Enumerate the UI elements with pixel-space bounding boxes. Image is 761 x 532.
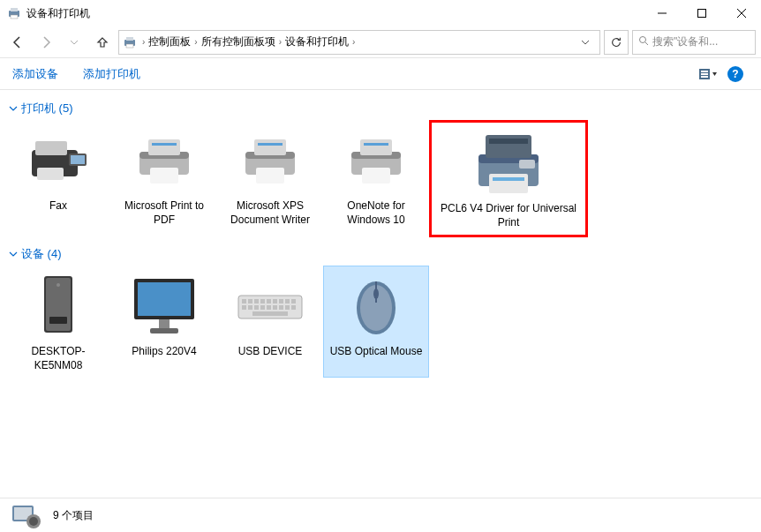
svg-rect-13 xyxy=(701,71,708,72)
svg-rect-8 xyxy=(126,37,133,41)
device-item-pcl6[interactable]: PCL6 V4 Driver for Universal Print xyxy=(432,123,585,235)
svg-rect-19 xyxy=(71,155,85,164)
close-button[interactable] xyxy=(721,0,761,26)
back-button[interactable] xyxy=(5,30,30,55)
svg-line-11 xyxy=(645,42,648,45)
group-header-printers[interactable]: 打印机 (5) xyxy=(5,97,761,120)
breadcrumb[interactable]: 设备和打印机 xyxy=(283,34,350,49)
chevron-down-icon xyxy=(9,102,18,116)
svg-rect-66 xyxy=(273,305,277,310)
device-item-onenote[interactable]: OneNote for Windows 10 xyxy=(323,120,429,237)
svg-rect-40 xyxy=(519,160,535,169)
content-area: 打印机 (5) Fax Microsoft Print to PDF Micro… xyxy=(0,90,761,498)
address-bar[interactable]: › 控制面板 › 所有控制面板项 › 设备和打印机 › xyxy=(118,30,600,55)
monitor-icon xyxy=(117,271,212,341)
maximize-button[interactable] xyxy=(682,0,721,26)
svg-rect-58 xyxy=(279,299,283,303)
svg-rect-55 xyxy=(260,299,265,303)
svg-rect-42 xyxy=(493,177,524,181)
svg-point-77 xyxy=(29,517,38,526)
svg-rect-56 xyxy=(267,299,271,303)
command-bar: 添加设备 添加打印机 ? xyxy=(0,58,761,90)
view-options-button[interactable] xyxy=(699,67,717,81)
svg-point-46 xyxy=(57,283,60,287)
svg-rect-17 xyxy=(35,141,67,155)
forward-button[interactable] xyxy=(34,30,58,55)
svg-rect-57 xyxy=(273,299,277,303)
add-printer-button[interactable]: 添加打印机 xyxy=(83,66,140,82)
mouse-icon xyxy=(328,271,424,341)
statusbar: 9 个项目 xyxy=(0,498,761,532)
titlebar: 设备和打印机 xyxy=(0,0,761,26)
chevron-down-icon[interactable] xyxy=(575,38,596,47)
chevron-right-icon[interactable]: › xyxy=(194,37,197,47)
svg-rect-68 xyxy=(285,305,290,310)
device-item-monitor[interactable]: Philips 220V4 xyxy=(111,266,217,378)
svg-rect-38 xyxy=(486,135,531,158)
svg-rect-50 xyxy=(150,328,178,333)
mfp-icon xyxy=(437,128,580,199)
device-item-xps-writer[interactable]: Microsoft XPS Document Writer xyxy=(217,120,323,237)
up-button[interactable] xyxy=(90,30,115,55)
svg-rect-33 xyxy=(360,139,392,155)
device-item-print-pdf[interactable]: Microsoft Print to PDF xyxy=(111,120,217,237)
printer-icon xyxy=(123,35,137,49)
keyboard-icon xyxy=(222,271,318,341)
chevron-right-icon[interactable]: › xyxy=(352,37,355,47)
breadcrumb[interactable]: 所有控制面板项 xyxy=(200,34,277,49)
svg-rect-60 xyxy=(291,299,296,303)
status-text: 9 个项目 xyxy=(53,508,94,523)
add-device-button[interactable]: 添加设备 xyxy=(12,66,58,82)
window-title: 设备和打印机 xyxy=(26,6,642,21)
svg-point-10 xyxy=(640,37,646,43)
breadcrumb[interactable]: 控制面板 xyxy=(147,34,192,49)
search-icon xyxy=(638,35,649,49)
search-input[interactable]: 搜索"设备和... xyxy=(632,30,756,55)
device-item-mouse[interactable]: USB Optical Mouse xyxy=(323,266,429,378)
svg-rect-41 xyxy=(489,174,528,193)
svg-rect-61 xyxy=(242,305,246,310)
svg-rect-70 xyxy=(252,311,288,316)
svg-rect-24 xyxy=(152,143,177,146)
device-item-usb[interactable]: USB DEVICE xyxy=(217,266,323,378)
svg-rect-4 xyxy=(697,10,705,18)
printer-icon xyxy=(7,6,21,20)
svg-rect-15 xyxy=(701,76,708,78)
svg-rect-25 xyxy=(150,168,178,184)
chevron-right-icon[interactable]: › xyxy=(279,37,282,47)
svg-rect-69 xyxy=(291,305,296,310)
svg-rect-53 xyxy=(248,299,252,303)
svg-rect-48 xyxy=(138,282,191,316)
window-controls xyxy=(642,0,761,26)
printer-icon xyxy=(117,125,212,196)
navbar: › 控制面板 › 所有控制面板项 › 设备和打印机 › 搜索"设备和... xyxy=(0,26,761,58)
svg-rect-14 xyxy=(701,73,708,75)
svg-rect-65 xyxy=(267,305,271,310)
search-placeholder: 搜索"设备和... xyxy=(652,34,718,49)
minimize-button[interactable] xyxy=(642,0,682,26)
svg-rect-54 xyxy=(254,299,259,303)
pc-icon xyxy=(11,271,106,341)
svg-rect-30 xyxy=(256,168,284,184)
svg-rect-59 xyxy=(285,299,290,303)
svg-rect-67 xyxy=(279,305,283,310)
chevron-right-icon[interactable]: › xyxy=(142,37,145,47)
chevron-down-icon xyxy=(9,248,18,261)
svg-rect-29 xyxy=(258,143,283,146)
device-item-desktop[interactable]: DESKTOP-KE5NM08 xyxy=(5,266,111,378)
group-header-devices[interactable]: 设备 (4) xyxy=(5,243,761,266)
svg-rect-63 xyxy=(254,305,259,310)
svg-rect-28 xyxy=(254,139,286,155)
svg-rect-23 xyxy=(148,139,180,155)
device-item-fax[interactable]: Fax xyxy=(5,120,111,237)
svg-rect-62 xyxy=(248,305,252,310)
recent-dropdown[interactable] xyxy=(62,30,87,55)
refresh-button[interactable] xyxy=(604,30,629,55)
printer-icon xyxy=(328,125,424,196)
svg-rect-2 xyxy=(11,15,18,19)
svg-rect-9 xyxy=(126,44,133,48)
svg-rect-64 xyxy=(260,305,265,310)
svg-rect-20 xyxy=(37,168,64,180)
svg-rect-1 xyxy=(11,8,18,11)
help-button[interactable]: ? xyxy=(727,66,743,82)
